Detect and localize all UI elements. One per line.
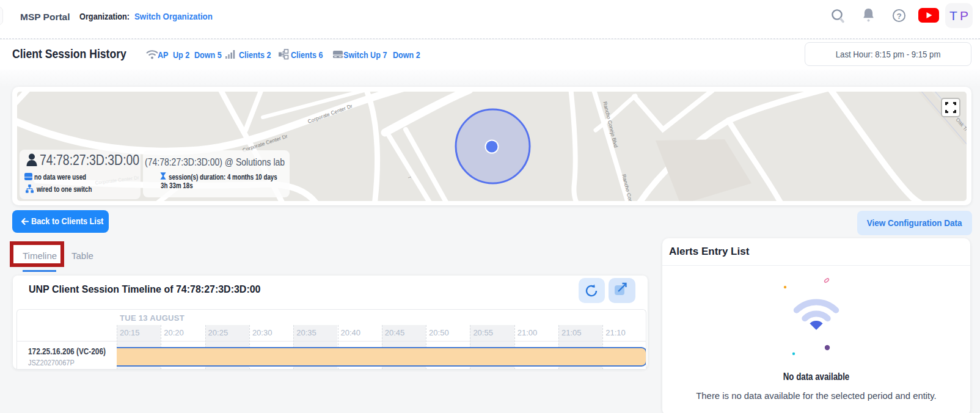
svg-text:?: ? xyxy=(896,12,901,21)
svg-text:Corporate Center Dr: Corporate Center Dr xyxy=(307,103,353,125)
svg-text:t: t xyxy=(408,176,412,178)
